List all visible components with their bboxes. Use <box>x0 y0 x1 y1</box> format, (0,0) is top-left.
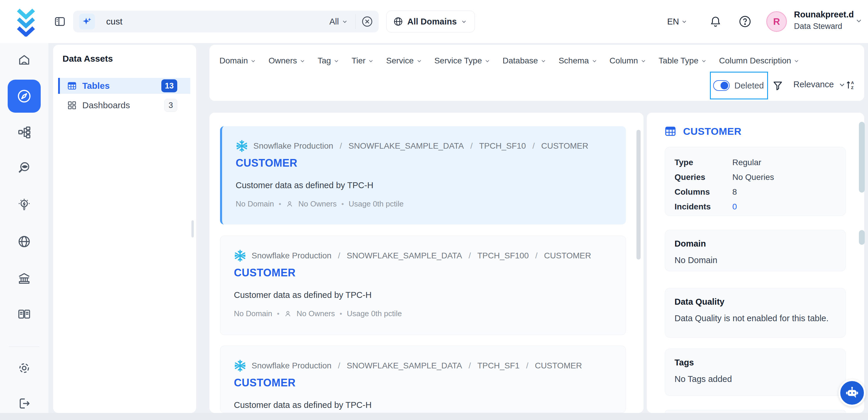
crumb-separator: / <box>531 141 536 151</box>
filter-service[interactable]: Service <box>386 56 422 65</box>
assets-panel-scrollbar[interactable] <box>191 220 194 237</box>
crumb-service[interactable]: Snowflake Production <box>253 141 333 151</box>
chevron-down-icon <box>368 58 374 64</box>
nav-explore-icon[interactable] <box>8 80 41 113</box>
nav-logout-icon[interactable] <box>14 393 34 414</box>
app-logo-icon[interactable] <box>13 6 39 36</box>
results-scrollbar[interactable] <box>637 130 641 260</box>
filter-table-type[interactable]: Table Type <box>659 56 707 65</box>
ai-sparkle-icon[interactable] <box>79 13 95 30</box>
dot-separator: • <box>277 310 279 318</box>
dot-separator: • <box>279 200 281 208</box>
domain-section: Domain No Domain <box>665 230 846 271</box>
filter-tier[interactable]: Tier <box>351 56 374 65</box>
nav-observability-icon[interactable] <box>14 158 34 178</box>
result-meta: No Domain • No Owners • Usage 0th pctile <box>234 309 402 318</box>
incidents-count-link[interactable]: 0 <box>732 202 837 211</box>
crumb-schema[interactable]: TPCH_SF1 <box>477 361 519 370</box>
result-card-customer-tpch-sf1[interactable]: Snowflake Production / SNOWFLAKE_SAMPLE_… <box>220 346 626 413</box>
crumb-table[interactable]: CUSTOMER <box>535 361 582 370</box>
meta-owners: No Owners <box>298 200 337 209</box>
crumb-separator: / <box>467 251 473 261</box>
overview-label: Type <box>675 158 732 167</box>
deleted-label: Deleted <box>734 81 764 91</box>
filter-toolbar: Domain Owners Tag Tier Service Service T… <box>209 45 864 101</box>
filters-row: Domain Owners Tag Tier Service Service T… <box>219 56 799 65</box>
crumb-separator: / <box>467 361 473 370</box>
filter-schema[interactable]: Schema <box>559 56 597 65</box>
overview-section: Type Regular Queries No Queries Columns … <box>665 147 846 216</box>
help-icon[interactable] <box>739 0 751 43</box>
filter-column[interactable]: Column <box>610 56 646 65</box>
crumb-service[interactable]: Snowflake Production <box>252 251 332 261</box>
result-title-link[interactable]: CUSTOMER <box>234 377 296 389</box>
chevron-down-icon <box>592 58 597 64</box>
filter-database[interactable]: Database <box>503 56 546 65</box>
nav-glossary-icon[interactable] <box>14 304 34 324</box>
overview-value: No Queries <box>732 173 837 182</box>
detail-entity-title[interactable]: CUSTOMER <box>683 126 741 137</box>
result-title-link[interactable]: CUSTOMER <box>236 157 297 169</box>
crumb-separator: / <box>469 141 474 151</box>
crumb-schema[interactable]: TPCH_SF100 <box>477 251 529 261</box>
crumb-database[interactable]: SNOWFLAKE_SAMPLE_DATA <box>349 141 464 151</box>
crumb-separator: / <box>524 361 530 370</box>
tags-section: Tags No Tags added <box>665 349 846 396</box>
search-scope-dropdown[interactable]: All <box>330 17 355 27</box>
person-icon <box>284 310 292 318</box>
filter-domain[interactable]: Domain <box>219 56 256 65</box>
crumb-service[interactable]: Snowflake Production <box>252 361 332 370</box>
user-menu[interactable]: Rounakpreet.d Data Steward <box>794 8 854 32</box>
nav-lineage-icon[interactable] <box>14 122 34 142</box>
notifications-bell-icon[interactable] <box>709 0 722 43</box>
asset-type-tables[interactable]: Tables 13 <box>58 78 190 94</box>
domains-dropdown[interactable]: All Domains <box>386 11 475 32</box>
user-avatar[interactable]: R <box>766 11 787 32</box>
entity-detail-panel: CUSTOMER Type Regular Queries No Queries… <box>647 113 864 413</box>
crumb-database[interactable]: SNOWFLAKE_SAMPLE_DATA <box>347 251 462 261</box>
result-description: Customer data as defined by TPC-H <box>234 400 372 410</box>
user-name: Rounakpreet.d <box>794 8 854 21</box>
filter-service-type[interactable]: Service Type <box>434 56 490 65</box>
search-clear-icon[interactable] <box>356 16 379 27</box>
meta-usage: Usage 0th pctile <box>349 200 403 209</box>
nav-domains-icon[interactable] <box>14 232 34 251</box>
asset-type-dashboards[interactable]: Dashboards 3 <box>58 97 190 113</box>
nav-rail <box>0 43 49 413</box>
toggle-knob <box>720 82 728 89</box>
table-icon <box>664 125 677 138</box>
nav-insights-icon[interactable] <box>14 195 34 215</box>
sidebar-collapse-icon[interactable] <box>53 15 67 28</box>
deleted-toggle[interactable] <box>713 80 730 91</box>
crumb-table[interactable]: CUSTOMER <box>541 141 588 151</box>
user-menu-chevron-down-icon[interactable] <box>855 17 862 25</box>
sort-direction-icon[interactable]: A Z <box>845 80 856 91</box>
overview-label: Queries <box>675 173 732 182</box>
result-description: Customer data as defined by TPC-H <box>234 290 372 300</box>
filter-owners[interactable]: Owners <box>269 56 305 65</box>
sort-dropdown[interactable]: Relevance <box>794 80 845 89</box>
result-title-link[interactable]: CUSTOMER <box>234 267 296 279</box>
crumb-database[interactable]: SNOWFLAKE_SAMPLE_DATA <box>347 361 462 370</box>
detail-scrollbar[interactable] <box>859 230 865 245</box>
snowflake-icon <box>233 249 247 263</box>
page-scrollbar[interactable] <box>859 122 865 192</box>
result-card-customer-tpch-sf100[interactable]: Snowflake Production / SNOWFLAKE_SAMPLE_… <box>220 236 626 335</box>
filter-funnel-icon[interactable] <box>772 80 783 93</box>
nav-settings-icon[interactable] <box>14 358 34 378</box>
search-input[interactable] <box>106 17 330 27</box>
filter-column-description[interactable]: Column Description <box>719 56 799 65</box>
filter-tag[interactable]: Tag <box>318 56 339 65</box>
overview-value: Regular <box>732 158 837 167</box>
crumb-table[interactable]: CUSTOMER <box>544 251 591 261</box>
language-dropdown[interactable]: EN <box>667 0 687 43</box>
chevron-down-icon <box>250 58 256 64</box>
domains-label: All Domains <box>407 17 457 27</box>
nav-home-icon[interactable] <box>14 50 34 70</box>
overview-label: Columns <box>675 187 732 197</box>
crumb-schema[interactable]: TPCH_SF10 <box>479 141 526 151</box>
chat-bot-button[interactable] <box>838 379 866 407</box>
nav-govern-icon[interactable] <box>14 268 34 289</box>
result-card-customer-tpch-sf10[interactable]: Snowflake Production / SNOWFLAKE_SAMPLE_… <box>220 126 626 224</box>
user-role: Data Steward <box>794 21 854 32</box>
